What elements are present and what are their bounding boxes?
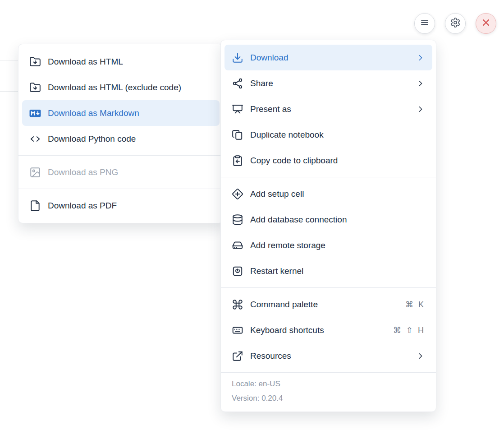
menu-item-restart-kernel[interactable]: Restart kernel xyxy=(225,258,432,284)
share-icon xyxy=(232,78,243,89)
markdown-icon xyxy=(29,107,41,119)
menu-item-resources[interactable]: Resources xyxy=(225,343,432,369)
menu-footer: Locale: en-US Version: 0.20.4 xyxy=(221,373,436,412)
image-icon xyxy=(29,166,41,178)
menu-item-download-as-png: Download as PNG xyxy=(22,159,220,185)
menu-divider xyxy=(18,189,223,189)
external-link-icon xyxy=(232,350,243,362)
menu-item-command-palette[interactable]: Command palette ⌘ K xyxy=(225,291,432,317)
page-underlay-line xyxy=(0,91,20,92)
chevron-right-icon xyxy=(416,53,425,62)
menu-item-label: Download as PNG xyxy=(48,167,212,177)
menu-item-label: Duplicate notebook xyxy=(250,130,425,140)
download-icon xyxy=(232,52,243,64)
menu-item-label: Copy code to clipboard xyxy=(250,156,425,166)
menu-item-add-remote-storage[interactable]: Add remote storage xyxy=(225,232,432,258)
hard-drive-icon xyxy=(232,240,243,251)
menu-item-copy-code-to-clipboard[interactable]: Copy code to clipboard xyxy=(225,148,432,173)
file-icon xyxy=(29,200,41,212)
diamond-plus-icon xyxy=(232,188,243,200)
menu-item-download-as-html[interactable]: Download as HTML xyxy=(22,49,220,74)
menu-item-label: Download as HTML xyxy=(48,57,212,67)
menu-item-keyboard-shortcuts[interactable]: Keyboard shortcuts ⌘ ⇧ H xyxy=(225,317,432,343)
menu-item-label: Command palette xyxy=(250,300,399,310)
menu-item-duplicate-notebook[interactable]: Duplicate notebook xyxy=(225,122,432,148)
menu-item-label: Download xyxy=(250,53,409,63)
menu-item-label: Add database connection xyxy=(250,215,425,225)
menu-item-download-python-code[interactable]: Download Python code xyxy=(22,126,220,152)
menu-item-label: Keyboard shortcuts xyxy=(250,325,386,335)
download-submenu: Download as HTML Download as HTML (exclu… xyxy=(18,44,224,223)
menu-divider xyxy=(221,287,436,288)
menu-item-label: Resources xyxy=(250,351,409,361)
page-underlay-line xyxy=(0,60,20,60)
settings-button[interactable] xyxy=(445,13,466,34)
shortcut-hint: ⌘ K xyxy=(405,300,425,310)
folder-down-icon xyxy=(29,56,41,68)
folder-down-icon xyxy=(29,82,41,93)
menu-item-add-database-connection[interactable]: Add database connection xyxy=(225,207,432,232)
presentation-icon xyxy=(232,103,243,115)
shortcut-hint: ⌘ ⇧ H xyxy=(393,325,425,335)
shutdown-button[interactable] xyxy=(476,13,496,34)
code-icon xyxy=(29,133,41,145)
gear-icon xyxy=(450,17,461,30)
menu-item-label: Restart kernel xyxy=(250,266,425,276)
menu-item-add-setup-cell[interactable]: Add setup cell xyxy=(225,181,432,207)
chevron-right-icon xyxy=(416,352,425,361)
version-text: Version: 0.20.4 xyxy=(232,391,425,406)
menu-divider xyxy=(221,177,436,177)
menu-item-download-as-pdf[interactable]: Download as PDF xyxy=(22,193,220,218)
chevron-right-icon xyxy=(416,79,425,88)
menu-item-download-as-markdown[interactable]: Download as Markdown xyxy=(22,100,220,126)
chevron-right-icon xyxy=(416,105,425,114)
close-icon xyxy=(481,17,491,30)
menu-item-label: Download as HTML (exclude code) xyxy=(48,83,212,92)
command-icon xyxy=(232,299,243,310)
keyboard-icon xyxy=(232,324,243,336)
clipboard-copy-icon xyxy=(232,155,243,166)
duplicate-icon xyxy=(232,129,243,141)
menu-divider xyxy=(18,155,223,156)
hamburger-icon xyxy=(419,17,430,30)
menu-item-label: Share xyxy=(250,79,409,88)
notebook-menu: Download Share Present as Duplicate note… xyxy=(220,40,436,412)
menu-item-label: Download as Markdown xyxy=(48,108,212,118)
database-icon xyxy=(232,214,243,226)
notebook-menu-button[interactable] xyxy=(414,13,435,34)
menu-item-label: Present as xyxy=(250,104,409,114)
menu-item-label: Add remote storage xyxy=(250,240,425,250)
menu-item-label: Download Python code xyxy=(48,134,212,144)
menu-item-download-as-html-exclude-code[interactable]: Download as HTML (exclude code) xyxy=(22,74,220,100)
menu-item-present-as[interactable]: Present as xyxy=(225,96,432,122)
menu-item-label: Add setup cell xyxy=(250,189,425,199)
locale-text: Locale: en-US xyxy=(232,377,425,391)
menu-item-share[interactable]: Share xyxy=(225,70,432,96)
menu-item-download[interactable]: Download xyxy=(225,45,432,70)
power-icon xyxy=(232,265,243,277)
menu-item-label: Download as PDF xyxy=(48,201,212,211)
